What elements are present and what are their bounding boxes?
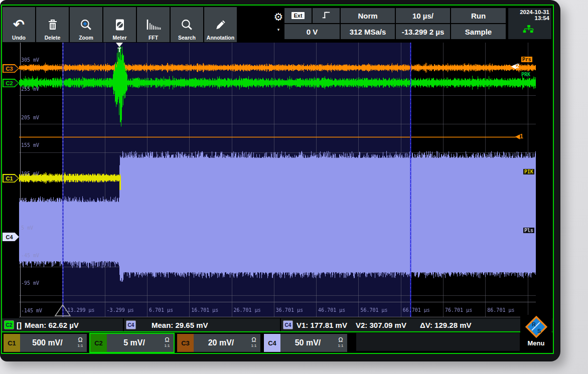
- time-axis-label: 76.701 µs: [445, 307, 472, 313]
- zoom-icon: [79, 15, 93, 35]
- channel-scale-box: 20 mV/Ω1:1: [194, 334, 260, 352]
- impedance-icon: Ω: [165, 337, 170, 343]
- channel-label-c3: C3: [177, 334, 194, 352]
- measurement-2[interactable]: C4 Mean: 29.65 mV: [124, 318, 281, 331]
- toolbar-undo-label: Undo: [12, 35, 26, 41]
- channel-marker-label: C4: [6, 234, 13, 240]
- probe-ratio: 1:1: [251, 343, 256, 348]
- channel-settings-c3[interactable]: C320 mV/Ω1:1: [176, 333, 261, 353]
- measurement-2-value: Mean: 29.65 mV: [152, 321, 208, 329]
- channel-coupling: Ω1:1: [75, 337, 87, 348]
- gear-icon: ⚙: [274, 12, 283, 23]
- cursor-v2-value: V2: 307.09 mV: [356, 321, 420, 329]
- vertical-scale-label: 305 mV: [21, 57, 39, 63]
- trigger-slope-cell[interactable]: [313, 8, 340, 23]
- toolbar-search-button[interactable]: Search: [171, 7, 203, 42]
- sample-rate-cell[interactable]: 312 MSa/s: [341, 24, 395, 39]
- channel-badge-c2: C2: [4, 320, 14, 329]
- timebase-cell[interactable]: 10 µs/: [396, 8, 450, 23]
- time-axis-label: 86.701 µs: [487, 307, 514, 313]
- rising-edge-icon: [321, 11, 331, 21]
- time-axis-label: 26.701 µs: [234, 307, 261, 313]
- channel-coupling: Ω1:1: [248, 337, 260, 348]
- undo-icon: ↶: [13, 15, 25, 35]
- channel-label-c2: C2: [90, 334, 107, 352]
- channel-marker-label: C2: [6, 80, 13, 86]
- waveform-display-area: 305 mV255 mV205 mV155 mV105 mV55 mV5 mV-…: [19, 43, 536, 317]
- trigger-label: T: [117, 47, 121, 53]
- channel-settings-c1[interactable]: C1500 mV/Ω1:1: [3, 333, 88, 353]
- toolbar-zoom-button[interactable]: Zoom: [70, 7, 102, 42]
- time-axis-label: 16.701 µs: [191, 307, 218, 313]
- waveform-label: PIK: [523, 169, 534, 174]
- channel-badge-c4: C4: [283, 320, 293, 329]
- waveform-label: Pls: [523, 228, 534, 233]
- probe-ratio: 1:1: [77, 343, 83, 348]
- channel-scale-box: 5 mV/Ω1:1: [107, 334, 174, 352]
- channel-position-marker-c2[interactable]: C2: [3, 79, 19, 87]
- waveform-label: PRK: [520, 72, 531, 77]
- horizontal-position-cell[interactable]: -13.299 2 µs: [396, 24, 450, 39]
- channel-coupling: Ω1:1: [162, 337, 174, 348]
- menu-label: Menu: [528, 339, 545, 347]
- channel-label-c4: C4: [264, 334, 280, 352]
- measurement-bar: C2 [] Mean: 62.62 µV C4 Mean: 29.65 mV C…: [2, 318, 552, 331]
- vertical-scale-label: 155 mV: [21, 142, 39, 148]
- channel-bar-filler: [356, 333, 520, 351]
- probe-ratio: 1:1: [338, 343, 343, 348]
- cursor-results[interactable]: C4 V1: 177.81 mV V2: 307.09 mV ΔV: 129.2…: [281, 318, 552, 331]
- time-axis-label: 66.701 µs: [403, 307, 430, 313]
- toolbar-annotation-button[interactable]: Annotation: [204, 7, 237, 42]
- svg-text:R: R: [532, 321, 536, 327]
- channel-marker-label: C3: [6, 66, 13, 72]
- channel-position-marker-c1[interactable]: C1: [3, 174, 19, 182]
- channel-label-c1: C1: [4, 334, 20, 352]
- lan-icon: [508, 25, 549, 34]
- channel-bar-divider: [2, 331, 552, 332]
- toolbar-settings-button[interactable]: ⚙ ▾: [272, 12, 285, 38]
- chevron-down-icon: ▾: [277, 27, 280, 32]
- annotation-icon: [214, 15, 227, 35]
- measurement-1[interactable]: C2 [] Mean: 62.62 µV: [2, 318, 124, 331]
- waveform-canvas[interactable]: [19, 43, 536, 317]
- impedance-icon: Ω: [339, 337, 343, 343]
- toolbar-delete-button[interactable]: Delete: [36, 7, 69, 42]
- channel-settings-c2[interactable]: C25 mV/Ω1:1: [89, 333, 175, 353]
- search-icon: [180, 15, 194, 35]
- channel-settings-c4[interactable]: C450 mV/Ω1:1: [263, 333, 348, 353]
- channel-position-marker-c4[interactable]: C4: [3, 233, 19, 241]
- channel-marker-label: C1: [6, 175, 13, 181]
- rs-logo: RS: [524, 315, 548, 341]
- toolbar-undo-button[interactable]: ↶Undo: [3, 7, 35, 42]
- trigger-source-cell[interactable]: Ext: [284, 8, 312, 23]
- acquisition-state-cell[interactable]: Run: [451, 8, 506, 23]
- trigger-mode-cell[interactable]: Norm: [341, 8, 395, 23]
- toolbar: ↶UndoDeleteZoomMeterFFTSearchAnnotation: [3, 7, 237, 42]
- toolbar-search-label: Search: [178, 35, 196, 41]
- time-text: 13:54: [508, 15, 549, 21]
- channel-scale-value: 500 mV/: [20, 338, 75, 347]
- menu-button[interactable]: RS Menu: [520, 315, 552, 351]
- channel-scale-value: 20 mV/: [194, 338, 248, 347]
- channel-scale-value: 5 mV/: [107, 338, 162, 347]
- vertical-scale-label: 55 mV: [21, 198, 36, 203]
- channel-position-marker-c3[interactable]: C3: [3, 64, 19, 73]
- trigger-position-marker[interactable]: T: [116, 43, 123, 53]
- oscilloscope-bezel: ↶UndoDeleteZoomMeterFFTSearchAnnotation …: [0, 0, 560, 361]
- oscilloscope-screen: ↶UndoDeleteZoomMeterFFTSearchAnnotation …: [1, 5, 554, 354]
- meter-icon: [114, 15, 125, 35]
- time-axis-label: 6.701 µs: [149, 307, 173, 313]
- fft-icon: [146, 15, 161, 35]
- cursor-level-marker-1[interactable]: ◀1: [515, 133, 523, 140]
- acquisition-mode-cell[interactable]: Sample: [451, 24, 506, 39]
- trigger-level-cell[interactable]: 0 V: [284, 24, 340, 39]
- channel-scale-box: 500 mV/Ω1:1: [20, 334, 87, 352]
- impedance-icon: Ω: [78, 337, 83, 343]
- toolbar-fft-button[interactable]: FFT: [137, 7, 170, 42]
- time-axis-label: -3.299 µs: [107, 307, 134, 313]
- cursor-level-marker-2[interactable]: ◀2: [511, 63, 519, 70]
- toolbar-meter-button[interactable]: Meter: [103, 7, 136, 42]
- impedance-icon: Ω: [252, 337, 256, 343]
- channel-scale-box: 50 mV/Ω1:1: [280, 334, 347, 352]
- date-text: 2024-10-31: [508, 9, 549, 15]
